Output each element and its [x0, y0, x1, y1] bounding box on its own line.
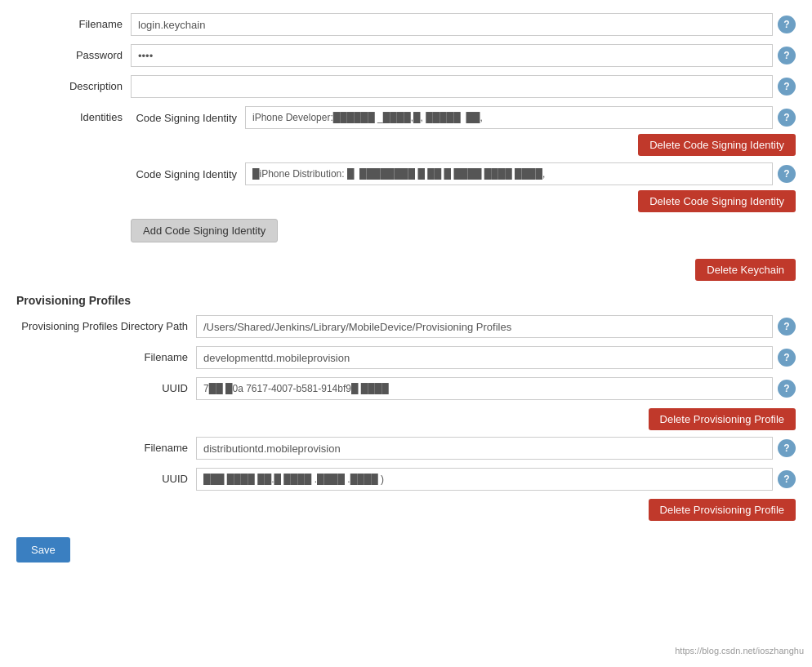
password-input[interactable]	[131, 44, 773, 67]
profile2-uuid-help-icon[interactable]: ?	[778, 470, 796, 488]
filename-label: Filename	[16, 13, 131, 30]
profile2-uuid-input[interactable]	[196, 468, 773, 491]
profile2-filename-help-icon[interactable]: ?	[778, 439, 796, 457]
csi-label-1: Code Signing Identity	[131, 112, 245, 124]
delete-csi-button-2[interactable]: Delete Code Signing Identity	[638, 190, 796, 212]
delete-profile2-button[interactable]: Delete Provisioning Profile	[649, 499, 796, 521]
watermark: https://blog.csdn.net/ioszhanghu	[675, 646, 804, 656]
save-button[interactable]: Save	[16, 537, 70, 563]
profile2-filename-input[interactable]	[196, 437, 773, 460]
delete-keychain-button[interactable]: Delete Keychain	[695, 259, 796, 281]
provisioning-section-title: Provisioning Profiles	[16, 294, 796, 307]
password-label: Password	[16, 44, 131, 61]
csi-label-2: Code Signing Identity	[131, 168, 245, 180]
csi-input-1[interactable]	[245, 106, 773, 129]
csi-help-icon-2[interactable]: ?	[778, 165, 796, 183]
profile2-uuid-label: UUID	[16, 468, 196, 485]
filename-help-icon[interactable]: ?	[778, 16, 796, 33]
delete-profile1-button[interactable]: Delete Provisioning Profile	[649, 408, 796, 430]
directory-label: Provisioning Profiles Directory Path	[16, 315, 196, 332]
profile1-filename-input[interactable]	[196, 346, 773, 369]
csi-help-icon-1[interactable]: ?	[778, 109, 796, 127]
profile1-uuid-label: UUID	[16, 377, 196, 394]
profile2-filename-label: Filename	[16, 437, 196, 454]
password-help-icon[interactable]: ?	[778, 47, 796, 64]
description-input[interactable]	[131, 75, 773, 98]
filename-input[interactable]	[131, 13, 773, 36]
delete-csi-button-1[interactable]: Delete Code Signing Identity	[638, 134, 796, 156]
description-label: Description	[16, 75, 131, 92]
profile1-filename-help-icon[interactable]: ?	[778, 349, 796, 367]
directory-help-icon[interactable]: ?	[778, 318, 796, 336]
profile1-uuid-help-icon[interactable]: ?	[778, 380, 796, 398]
description-help-icon[interactable]: ?	[778, 78, 796, 96]
profile1-uuid-input[interactable]	[196, 377, 773, 400]
directory-input[interactable]	[196, 315, 773, 338]
identities-label: Identities	[16, 106, 131, 123]
profile1-filename-label: Filename	[16, 346, 196, 363]
add-csi-button[interactable]: Add Code Signing Identity	[131, 219, 278, 242]
csi-input-2[interactable]	[245, 162, 773, 185]
